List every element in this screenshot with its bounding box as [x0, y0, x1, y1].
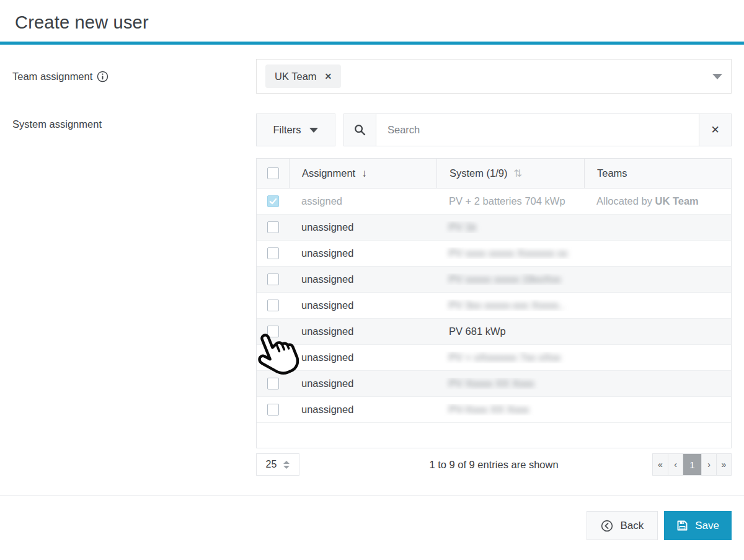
system-cell: PV 681 kWp	[436, 326, 584, 337]
row-checkbox-cell	[257, 326, 289, 337]
table-row[interactable]: unassigned PV Xxxxx XX Xxxx	[257, 371, 731, 397]
system-text: PV xxxx xxxxx Xxxxxxx xx	[449, 247, 568, 259]
row-checkbox-cell	[257, 195, 289, 207]
table-row[interactable]: unassigned PV + xXxxxxxx 7xx xXxx	[257, 345, 731, 371]
row-checkbox-cell	[257, 300, 289, 311]
system-cell: PV Xxxxx XX Xxxx	[436, 378, 584, 389]
assignment-cell: unassigned	[289, 247, 436, 259]
stepper-arrows-icon	[283, 461, 290, 469]
system-text: PV 1k	[449, 221, 476, 233]
table-header: Assignment ↓ System (1/9) ⇅ Teams	[257, 159, 731, 189]
table-row[interactable]: unassigned PV-Xxxx XX Xxxx	[257, 397, 731, 423]
chip-remove-icon[interactable]: ✕	[325, 71, 332, 81]
team-select[interactable]: UK Team ✕	[256, 59, 732, 94]
prev-page-button[interactable]: ‹	[668, 454, 683, 475]
system-assignment-label: System assignment	[0, 113, 256, 476]
assignment-cell: unassigned	[289, 221, 436, 233]
system-cell: PV xxxxx xxxxx 19xxXxx	[436, 273, 584, 285]
header-checkbox-cell	[257, 159, 289, 188]
row-checkbox-cell	[257, 273, 289, 285]
select-all-checkbox[interactable]	[267, 167, 279, 179]
pagination-bar: 25 1 to 9 of 9 entries are shown «‹1›»	[256, 453, 732, 476]
row-checkbox[interactable]	[267, 404, 279, 416]
next-page-button[interactable]: ›	[701, 454, 716, 475]
row-checkbox[interactable]	[267, 378, 279, 389]
assignment-cell: unassigned	[289, 378, 436, 389]
filters-button[interactable]: Filters	[256, 113, 335, 146]
pagination-buttons: «‹1›»	[652, 453, 732, 476]
table-toolbar: Filters ✕	[256, 113, 732, 146]
row-checkbox[interactable]	[267, 352, 279, 363]
page-1-button[interactable]: 1	[683, 454, 701, 475]
system-text: PV Xxxxx XX Xxxx	[449, 378, 534, 389]
row-checkbox[interactable]	[267, 221, 279, 233]
search-input[interactable]	[376, 114, 699, 146]
back-circle-icon	[601, 520, 613, 532]
back-button[interactable]: Back	[587, 511, 658, 540]
team-chip: UK Team ✕	[265, 64, 341, 88]
team-assignment-row: Team assignment UK Team ✕	[0, 59, 744, 94]
row-checkbox-cell	[257, 404, 289, 416]
table-row[interactable]: assigned PV + 2 batteries 704 kWp Alloca…	[257, 189, 731, 215]
team-chip-label: UK Team	[275, 71, 317, 82]
teams-cell: Allocated by UK Team	[584, 195, 731, 207]
system-cell: PV-Xxxx XX Xxxx	[436, 404, 584, 416]
row-checkbox[interactable]	[267, 300, 279, 311]
page-header: Create new user	[0, 0, 744, 42]
page-size-select[interactable]: 25	[256, 453, 299, 476]
assignment-cell: unassigned	[289, 273, 436, 285]
column-header-teams[interactable]: Teams	[584, 159, 731, 188]
search-icon	[344, 114, 376, 146]
row-checkbox[interactable]	[267, 326, 279, 337]
assignment-cell: unassigned	[289, 352, 436, 363]
search-bar: ✕	[343, 113, 732, 146]
footer: Back Save	[0, 496, 744, 540]
system-cell: PV 1k	[436, 221, 584, 233]
column-header-assignment[interactable]: Assignment ↓	[289, 159, 436, 188]
table-row[interactable]: unassigned PV xxxxx xxxxx 19xxXxx	[257, 267, 731, 293]
info-icon[interactable]	[97, 71, 108, 82]
system-cell: PV xxxx xxxxx Xxxxxxx xx	[436, 247, 584, 259]
row-checkbox-cell	[257, 378, 289, 389]
last-page-button[interactable]: »	[716, 454, 731, 475]
team-assignment-label: Team assignment	[0, 71, 256, 82]
row-checkbox-cell	[257, 221, 289, 233]
assignment-cell: unassigned	[289, 300, 436, 311]
sort-both-icon: ⇅	[514, 167, 522, 179]
table-row[interactable]: unassigned PV 681 kWp	[257, 319, 731, 345]
table-row[interactable]: unassigned PV 3xx xxxxx-xxx Xxxxx..	[257, 293, 731, 319]
table-row[interactable]: unassigned PV 1k	[257, 215, 731, 241]
table-row[interactable]: unassigned PV xxxx xxxxx Xxxxxxx xx	[257, 241, 731, 267]
row-checkbox[interactable]	[267, 247, 279, 259]
create-user-form: Team assignment UK Team ✕ System assignm…	[0, 45, 744, 476]
system-cell: PV 3xx xxxxx-xxx Xxxxx..	[436, 300, 584, 311]
system-text: PV 3xx xxxxx-xxx Xxxxx..	[449, 300, 564, 311]
system-assignment-row: System assignment Filters ✕	[0, 113, 744, 476]
system-cell: PV + xXxxxxxx 7xx xXxx	[436, 352, 584, 363]
assignment-cell: unassigned	[289, 404, 436, 416]
systems-table: Assignment ↓ System (1/9) ⇅ Teams assign…	[256, 158, 732, 448]
assignment-cell: unassigned	[289, 326, 436, 337]
sort-desc-icon: ↓	[361, 167, 367, 180]
page-title: Create new user	[15, 12, 729, 33]
column-header-system[interactable]: System (1/9) ⇅	[436, 159, 584, 188]
system-cell: PV + 2 batteries 704 kWp	[436, 195, 584, 207]
system-text: PV + xXxxxxxx 7xx xXxx	[449, 352, 560, 363]
assignment-cell: assigned	[289, 195, 436, 207]
system-text: PV xxxxx xxxxx 19xxXxx	[449, 273, 561, 285]
row-checkbox-cell	[257, 352, 289, 363]
clear-search-icon[interactable]: ✕	[699, 114, 731, 146]
table-body: assigned PV + 2 batteries 704 kWp Alloca…	[257, 189, 731, 423]
system-text: PV + 2 batteries 704 kWp	[449, 195, 565, 207]
system-text: PV-Xxxx XX Xxxx	[449, 404, 529, 415]
caret-down-icon	[309, 128, 318, 133]
row-checkbox[interactable]	[267, 273, 279, 285]
save-disk-icon	[676, 520, 688, 531]
table-empty-space	[257, 423, 731, 448]
row-checkbox-cell	[257, 247, 289, 259]
first-page-button[interactable]: «	[653, 454, 668, 475]
chevron-down-icon[interactable]	[712, 74, 722, 79]
system-text: PV 681 kWp	[449, 326, 506, 337]
save-button[interactable]: Save	[664, 511, 732, 540]
row-checkbox[interactable]	[267, 195, 279, 207]
